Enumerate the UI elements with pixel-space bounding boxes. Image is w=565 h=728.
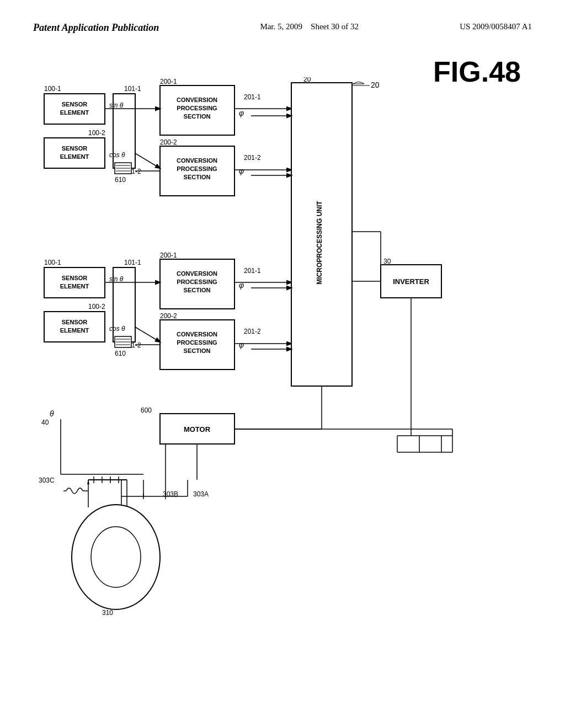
svg-text:610: 610 — [115, 176, 126, 184]
svg-text:201-1: 201-1 — [244, 267, 261, 275]
svg-text:ELEMENT: ELEMENT — [60, 283, 89, 290]
svg-text:cos θ: cos θ — [109, 325, 125, 333]
svg-text:PROCESSING: PROCESSING — [177, 279, 217, 285]
svg-rect-68 — [115, 336, 131, 347]
svg-text:SECTION: SECTION — [184, 287, 211, 293]
svg-rect-42 — [44, 312, 105, 342]
svg-marker-106 — [87, 480, 89, 484]
svg-text:ELEMENT: ELEMENT — [60, 327, 89, 334]
svg-text:CONVERSION: CONVERSION — [177, 270, 217, 277]
svg-text:101-1: 101-1 — [124, 259, 141, 266]
patent-number: US 2009/0058407 A1 — [460, 22, 532, 31]
sheet-info: Sheet 30 of 32 — [311, 22, 359, 31]
svg-text:200-2: 200-2 — [160, 312, 177, 320]
svg-rect-79 — [381, 265, 441, 298]
svg-rect-89 — [160, 414, 234, 444]
svg-rect-31 — [115, 163, 131, 174]
svg-text:40: 40 — [41, 419, 49, 426]
svg-text:201-1: 201-1 — [244, 93, 261, 101]
svg-text:200-2: 200-2 — [160, 138, 177, 146]
svg-text:θ: θ — [50, 409, 54, 418]
diagram-svg: SENSOR ELEMENT 100-1 101-1 SENSOR ELEMEN… — [33, 77, 532, 706]
svg-text:CONVERSION: CONVERSION — [177, 157, 217, 164]
svg-text:CONVERSION: CONVERSION — [177, 97, 217, 103]
svg-text:100-2: 100-2 — [88, 129, 105, 137]
svg-rect-11 — [160, 85, 234, 135]
svg-text:ELEMENT: ELEMENT — [60, 153, 89, 160]
svg-text:MOTOR: MOTOR — [184, 425, 211, 433]
svg-rect-39 — [44, 267, 105, 298]
svg-text:20: 20 — [371, 81, 380, 89]
svg-text:SECTION: SECTION — [184, 113, 211, 120]
svg-text:ELEMENT: ELEMENT — [60, 109, 89, 116]
svg-text:610: 610 — [115, 350, 126, 357]
svg-rect-50 — [160, 259, 234, 309]
svg-text:SENSOR: SENSOR — [62, 145, 88, 152]
svg-text:sin θ: sin θ — [109, 275, 124, 283]
svg-text:101-2: 101-2 — [124, 168, 141, 175]
header: Patent Application Publication Mar. 5, 2… — [33, 22, 532, 34]
svg-text:φ: φ — [239, 167, 244, 175]
diagram: SENSOR ELEMENT 100-1 101-1 SENSOR ELEMEN… — [33, 77, 532, 706]
svg-text:CONVERSION: CONVERSION — [177, 331, 217, 338]
svg-text:600: 600 — [141, 406, 152, 414]
svg-text:303B: 303B — [163, 490, 178, 498]
svg-point-110 — [91, 527, 141, 587]
svg-text:201-2: 201-2 — [244, 328, 261, 335]
publication-title: Patent Application Publication — [33, 22, 159, 34]
svg-text:101-2: 101-2 — [124, 341, 141, 349]
svg-text:200-1: 200-1 — [160, 251, 177, 259]
svg-point-109 — [72, 505, 160, 609]
svg-text:SECTION: SECTION — [184, 174, 211, 180]
svg-text:sin θ: sin θ — [109, 101, 124, 109]
svg-rect-57 — [160, 320, 234, 370]
svg-text:φ: φ — [239, 109, 244, 117]
svg-text:100-2: 100-2 — [88, 303, 105, 311]
svg-text:201-2: 201-2 — [244, 154, 261, 162]
svg-text:303A: 303A — [193, 490, 209, 498]
svg-text:PROCESSING: PROCESSING — [177, 105, 217, 111]
svg-text:cos θ: cos θ — [109, 151, 125, 159]
svg-text:200-1: 200-1 — [160, 78, 177, 85]
publication-date: Mar. 5, 2009 — [260, 22, 302, 31]
svg-text:PROCESSING: PROCESSING — [177, 165, 217, 172]
svg-text:SENSOR: SENSOR — [62, 101, 88, 108]
svg-text:30: 30 — [383, 258, 391, 265]
page: Patent Application Publication Mar. 5, 2… — [0, 0, 565, 728]
svg-line-28 — [135, 153, 160, 168]
svg-text:101-1: 101-1 — [124, 85, 141, 93]
svg-text:SECTION: SECTION — [184, 347, 211, 354]
svg-text:100-1: 100-1 — [44, 259, 61, 266]
svg-rect-74 — [291, 83, 352, 386]
svg-line-65 — [135, 327, 160, 342]
svg-rect-0 — [44, 94, 105, 124]
svg-rect-45 — [113, 267, 135, 342]
svg-text:100-1: 100-1 — [44, 85, 61, 93]
svg-text:MICROPROCESSING UNIT: MICROPROCESSING UNIT — [316, 201, 323, 285]
svg-text:PROCESSING: PROCESSING — [177, 339, 217, 346]
svg-text:SENSOR: SENSOR — [62, 275, 88, 281]
header-date-sheet: Mar. 5, 2009 Sheet 30 of 32 — [260, 22, 359, 31]
svg-text:INVERTER: INVERTER — [393, 277, 429, 286]
svg-text:20: 20 — [303, 77, 311, 83]
svg-rect-8 — [113, 94, 135, 168]
svg-rect-18 — [160, 146, 234, 196]
svg-text:φ: φ — [239, 281, 244, 290]
svg-text:303C: 303C — [39, 477, 55, 484]
svg-rect-5 — [44, 138, 105, 168]
svg-text:310: 310 — [102, 609, 113, 617]
svg-text:φ: φ — [239, 340, 244, 349]
svg-text:SENSOR: SENSOR — [62, 319, 88, 325]
